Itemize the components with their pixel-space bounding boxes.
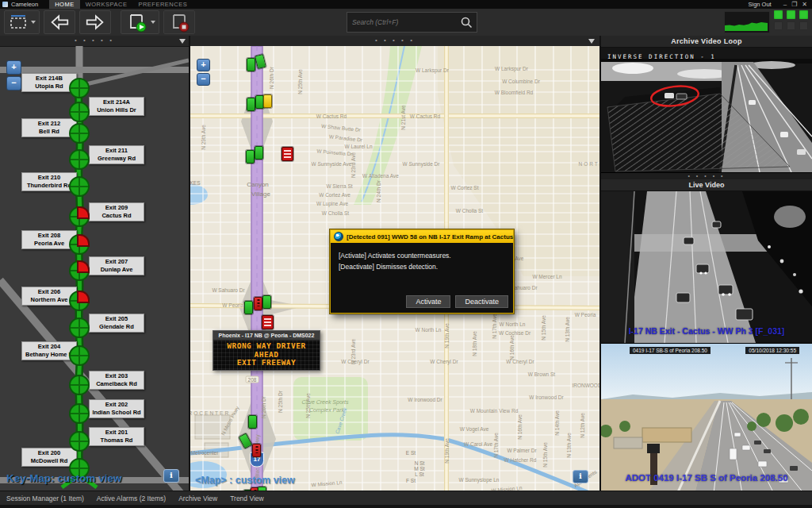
adot-camera-feed[interactable]: 0419 I-17 SB-S of Peoria 208.50 05/10/20…	[601, 344, 812, 491]
street-label: W Larkspur Dr	[416, 67, 449, 73]
street-label: W Sunnyslope Ln	[459, 477, 500, 483]
keymap-exit-label[interactable]: Exit 211Greenway Rd	[89, 145, 144, 164]
live-video-header[interactable]: Live Video	[601, 179, 812, 191]
panel-menu-icon[interactable]	[179, 39, 186, 44]
keymap-exit-label[interactable]: Exit 203Camelback Rd	[89, 371, 144, 390]
back-button[interactable]	[44, 10, 75, 34]
deactivate-button[interactable]: Deactivate	[455, 295, 508, 308]
keymap-interchange-node[interactable]	[69, 176, 90, 197]
stop-macro-button[interactable]	[163, 10, 195, 34]
marquee-icon	[8, 13, 29, 31]
keymap-exit-label[interactable]: Exit 214AUnion Hills Dr	[89, 97, 144, 116]
street-label: W Cholla St	[322, 210, 349, 216]
street-label: N 13th Ave	[566, 433, 572, 458]
keymap-interchange-node[interactable]	[69, 149, 90, 170]
statusbar-item-trend-view[interactable]: Trend View	[230, 495, 264, 502]
signal-alarm-icon[interactable]	[252, 444, 261, 457]
keymap-interchange-node[interactable]	[69, 375, 90, 395]
camera-device-icon[interactable]	[247, 98, 255, 111]
map-canvas[interactable]: + − 17 208 Phoenix - I17 NB @ Peoria - D…	[190, 46, 599, 491]
street-label: N 15th Ave	[541, 315, 546, 341]
camera-device-icon[interactable]	[248, 415, 257, 429]
camera-device-icon[interactable]	[255, 146, 263, 160]
keymap-interchange-node[interactable]	[69, 123, 90, 144]
forward-button[interactable]	[79, 10, 111, 34]
keymap-interchange-node[interactable]	[69, 206, 90, 227]
maximize-button[interactable]: ❐	[791, 1, 797, 8]
statusbar-item-active-alarms[interactable]: Active Alarms (2 Items)	[97, 495, 166, 502]
place-label: LAKES	[190, 180, 200, 186]
place-label: Cave Creek Sports	[301, 399, 348, 405]
keymap-interchange-node[interactable]	[69, 234, 90, 255]
app-title: Cameleon	[11, 1, 38, 8]
activate-button[interactable]: Activate	[406, 295, 450, 308]
keymap-interchange-node[interactable]	[69, 345, 90, 366]
dms-alarm-icon[interactable]	[282, 147, 293, 161]
keymap-canvas[interactable]: + − Exit 214BUtopia RdExit 214AUnion Hil…	[0, 46, 189, 491]
keymap-exit-label[interactable]: Exit 201Thomas Rd	[89, 427, 144, 446]
panel-menu-icon[interactable]	[588, 39, 595, 44]
dms-device-icon[interactable]	[263, 94, 272, 108]
minimize-button[interactable]: –	[783, 1, 787, 8]
keymap-exit-label[interactable]: Exit 202Indian School Rd	[89, 399, 144, 418]
street-label: N 21st Ave	[400, 105, 406, 129]
signal-alarm-icon[interactable]	[254, 297, 262, 310]
street-label: W Laurel Ln	[344, 144, 372, 149]
place-label: Canyon	[247, 181, 269, 188]
keymap-exit-label[interactable]: Exit 200McDowell Rd	[21, 448, 77, 467]
run-macro-button[interactable]	[121, 10, 159, 34]
place-label: Metrocenter	[191, 450, 219, 456]
search-input[interactable]	[347, 18, 459, 26]
camera-device-icon[interactable]	[262, 295, 271, 309]
dialog-title-bar[interactable]: [Detected 091] WWD 58 on NB I-17 Exit Ra…	[331, 230, 513, 243]
street-label: N 25th Ave	[297, 69, 303, 94]
keymap-info-button[interactable]: i	[163, 469, 179, 483]
live-video-feed[interactable]: I-17 NB Exit - Cactus - WW Ph 3 [F_031]	[601, 191, 812, 344]
keymap-interchange-node[interactable]	[69, 318, 90, 338]
tab-workspace[interactable]: WORKSPACE	[80, 0, 133, 9]
street-label: W Brown St	[528, 371, 555, 377]
keymap-drag-handle[interactable]: • • • • •	[0, 36, 189, 47]
keymap-interchange-node[interactable]	[69, 403, 90, 424]
keymap-interchange-node[interactable]	[69, 431, 90, 452]
dms-line-3: EXIT FREEWAY	[213, 359, 320, 368]
tab-preferences[interactable]: PREFERENCES	[132, 0, 193, 9]
keymap-exit-label[interactable]: Exit 205Glendale Rd	[89, 314, 144, 333]
street-label: W Peoria	[575, 312, 596, 318]
statusbar-item-session-manager[interactable]: Session Manager (1 Item)	[6, 495, 84, 502]
device-status-tile[interactable]	[774, 10, 783, 30]
arrow-left-icon	[48, 13, 71, 32]
keymap-interchange-node[interactable]	[69, 102, 90, 122]
map-zoom-in-button[interactable]: +	[197, 59, 210, 71]
keymap-zoom-out-button[interactable]: −	[6, 76, 21, 90]
map-info-button[interactable]: i	[573, 470, 588, 483]
street-label: W Hatcher Rd	[504, 457, 537, 463]
keymap-zoom-in-button[interactable]: +	[6, 60, 21, 75]
statusbar-item-archive-view[interactable]: Archive View	[178, 495, 217, 502]
map-drag-handle[interactable]: • • • • •	[190, 36, 599, 47]
keymap-interchange-node[interactable]	[69, 291, 90, 311]
keymap-interchange-node[interactable]	[69, 78, 90, 98]
camera-device-icon[interactable]	[244, 301, 253, 314]
camera-device-icon[interactable]	[247, 58, 255, 71]
camera-device-icon[interactable]	[258, 487, 266, 491]
device-status-tile[interactable]	[799, 10, 808, 30]
street-label: N 25th Ave	[305, 393, 311, 418]
archive-video-header[interactable]: Archive Video Loop	[601, 36, 812, 48]
selection-tool-button[interactable]	[4, 10, 40, 34]
search-icon[interactable]	[459, 15, 473, 29]
map-zoom-out-button[interactable]: −	[197, 73, 210, 86]
device-status-tile[interactable]	[787, 10, 795, 30]
archive-video-feed[interactable]: INVERSE DIRECTION - 1	[601, 48, 812, 173]
dms-alarm-icon[interactable]	[262, 315, 274, 329]
sign-out-link[interactable]: Sign Out	[748, 1, 771, 8]
keymap-interchange-node[interactable]	[69, 260, 90, 281]
video-splitter-handle[interactable]: • • • • •	[601, 173, 812, 179]
keymap-exit-label[interactable]: Exit 207Dunlap Ave	[89, 256, 144, 275]
search-box[interactable]	[347, 12, 477, 33]
close-button[interactable]: ✕	[802, 1, 807, 8]
keymap-exit-label[interactable]: Exit 209Cactus Rd	[89, 202, 144, 221]
status-indicators	[774, 10, 808, 30]
camera-device-icon[interactable]	[246, 150, 255, 164]
tab-home[interactable]: HOME	[49, 0, 80, 9]
